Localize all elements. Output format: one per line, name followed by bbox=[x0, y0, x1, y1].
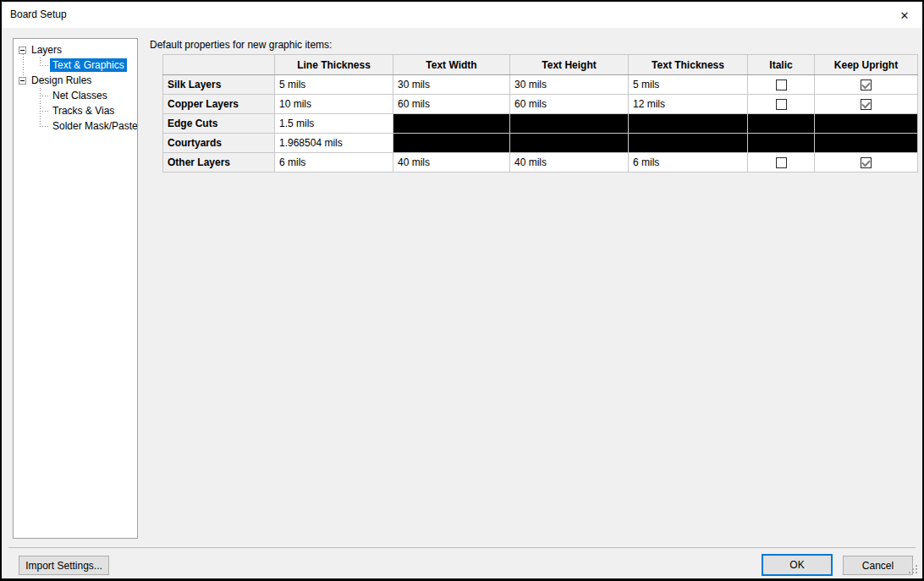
keep-upright-checkbox[interactable] bbox=[861, 79, 872, 90]
table-row-silk-layers: Silk Layers5 mils30 mils30 mils5 mils bbox=[163, 75, 918, 95]
window-title: Board Setup bbox=[10, 2, 67, 28]
italic-checkbox[interactable] bbox=[776, 157, 787, 168]
italic-checkbox[interactable] bbox=[776, 79, 787, 90]
row-label: Silk Layers bbox=[163, 75, 275, 95]
keep-upright-cell bbox=[815, 95, 918, 114]
line-thickness-cell[interactable]: 1.968504 mils bbox=[275, 134, 393, 153]
titlebar: Board Setup ✕ bbox=[2, 2, 922, 28]
tree-item-label[interactable]: Solder Mask/Paste bbox=[50, 119, 138, 133]
text-height-cell-disabled bbox=[510, 114, 629, 134]
keep-upright-cell bbox=[815, 75, 918, 95]
text-height-cell[interactable]: 60 mils bbox=[510, 95, 629, 114]
row-label: Edge Cuts bbox=[163, 114, 275, 134]
table-row-copper-layers: Copper Layers10 mils60 mils60 mils12 mil… bbox=[163, 95, 918, 114]
tree-connector bbox=[40, 65, 50, 66]
italic-cell-disabled bbox=[748, 134, 815, 153]
ok-button[interactable]: OK bbox=[762, 554, 833, 576]
graphics-defaults-table: Line ThicknessText WidthText HeightText … bbox=[162, 54, 918, 173]
tree-item-tracks-vias[interactable]: Tracks & Vias bbox=[14, 103, 137, 118]
tree-connector bbox=[40, 111, 50, 112]
tree-connector-line bbox=[40, 88, 41, 127]
text-thickness-cell[interactable]: 6 mils bbox=[629, 153, 748, 173]
column-header-keep-upright: Keep Upright bbox=[815, 55, 918, 75]
import-settings-button[interactable]: Import Settings... bbox=[19, 556, 109, 575]
column-header-line-thickness: Line Thickness bbox=[275, 55, 393, 75]
column-header-text-width: Text Width bbox=[393, 55, 510, 75]
text-width-cell-disabled bbox=[393, 134, 510, 153]
italic-cell-disabled bbox=[748, 114, 815, 134]
tree-item-label[interactable]: Design Rules bbox=[29, 74, 94, 87]
text-thickness-cell[interactable]: 12 mils bbox=[629, 95, 748, 114]
italic-cell bbox=[748, 95, 815, 114]
tree-item-solder-mask-paste[interactable]: Solder Mask/Paste bbox=[14, 118, 137, 134]
text-width-cell[interactable]: 60 mils bbox=[393, 95, 510, 114]
text-width-cell-disabled bbox=[393, 114, 510, 134]
tree-collapse-icon[interactable] bbox=[19, 47, 26, 54]
table-caption: Default properties for new graphic items… bbox=[150, 39, 332, 51]
text-thickness-cell[interactable]: 5 mils bbox=[629, 75, 748, 95]
text-width-cell[interactable]: 40 mils bbox=[393, 153, 510, 173]
text-width-cell[interactable]: 30 mils bbox=[393, 75, 510, 95]
text-height-cell[interactable]: 40 mils bbox=[510, 153, 629, 173]
text-height-cell[interactable]: 30 mils bbox=[510, 75, 629, 95]
text-thickness-cell-disabled bbox=[629, 134, 748, 153]
italic-cell bbox=[748, 153, 815, 173]
tree-connector bbox=[40, 96, 50, 96]
row-label: Other Layers bbox=[163, 153, 275, 173]
tree-item-label[interactable]: Text & Graphics bbox=[50, 58, 127, 72]
row-label: Courtyards bbox=[163, 134, 275, 153]
line-thickness-cell[interactable]: 6 mils bbox=[275, 153, 393, 173]
keep-upright-cell-disabled bbox=[815, 134, 918, 153]
row-label: Copper Layers bbox=[163, 95, 275, 114]
table-row-other-layers: Other Layers6 mils40 mils40 mils6 mils bbox=[163, 153, 918, 173]
text-height-cell-disabled bbox=[510, 134, 629, 153]
line-thickness-cell[interactable]: 1.5 mils bbox=[275, 114, 393, 134]
tree-item-label[interactable]: Tracks & Vias bbox=[50, 104, 117, 118]
column-header-text-height: Text Height bbox=[510, 55, 629, 75]
tree-item-net-classes[interactable]: Net Classes bbox=[14, 88, 137, 103]
tree-item-design-rules[interactable]: Design Rules bbox=[14, 73, 137, 88]
column-header-italic: Italic bbox=[748, 55, 815, 75]
tree-connector-line bbox=[23, 54, 24, 77]
italic-checkbox[interactable] bbox=[776, 99, 787, 110]
keep-upright-cell-disabled bbox=[815, 114, 918, 134]
tree-item-layers[interactable]: Layers bbox=[14, 42, 137, 58]
tree-connector-line bbox=[40, 58, 41, 66]
tree-item-text-graphics[interactable]: Text & Graphics bbox=[14, 58, 137, 73]
keep-upright-checkbox[interactable] bbox=[861, 157, 872, 168]
cancel-button[interactable]: Cancel bbox=[843, 556, 913, 575]
tree-item-label[interactable]: Net Classes bbox=[50, 89, 110, 102]
table-row-courtyards: Courtyards1.968504 mils bbox=[163, 134, 918, 153]
board-setup-dialog: Board Setup ✕ LayersText & GraphicsDesig… bbox=[0, 0, 924, 581]
text-thickness-cell-disabled bbox=[629, 114, 748, 134]
keep-upright-checkbox[interactable] bbox=[861, 99, 872, 110]
table-row-edge-cuts: Edge Cuts1.5 mils bbox=[163, 114, 918, 134]
tree-connector bbox=[40, 126, 50, 127]
footer-divider bbox=[8, 547, 916, 548]
italic-cell bbox=[748, 75, 815, 95]
keep-upright-cell bbox=[815, 153, 918, 173]
line-thickness-cell[interactable]: 10 mils bbox=[275, 95, 393, 114]
line-thickness-cell[interactable]: 5 mils bbox=[275, 75, 393, 95]
tree-collapse-icon[interactable] bbox=[19, 77, 26, 85]
tree-item-label[interactable]: Layers bbox=[29, 43, 64, 57]
column-header-text-thickness: Text Thickness bbox=[629, 55, 748, 75]
corner-header-cell bbox=[163, 55, 275, 75]
close-icon[interactable]: ✕ bbox=[894, 6, 916, 25]
resize-grip[interactable] bbox=[909, 565, 919, 575]
settings-tree: LayersText & GraphicsDesign RulesNet Cla… bbox=[13, 38, 138, 539]
